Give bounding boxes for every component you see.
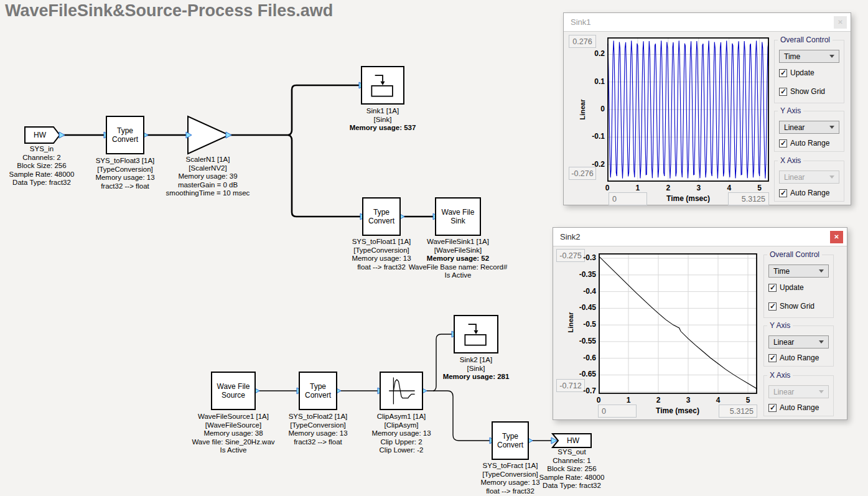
- block-label: Type Convert: [363, 208, 399, 225]
- x-auto-range-checkbox[interactable]: Auto Range: [779, 189, 839, 197]
- block-label: Type Convert: [493, 432, 528, 449]
- overall-control-group: Overall Control Time Update Show Grid: [763, 255, 834, 318]
- chevron-down-icon: [819, 340, 824, 344]
- y-auto-range-checkbox[interactable]: Auto Range: [779, 139, 839, 147]
- tick-label: -0.3: [570, 253, 596, 262]
- checkbox-label: Update: [790, 68, 814, 77]
- type-convert-block[interactable]: Type Convert: [299, 372, 337, 410]
- caption-line: Block Size: 256: [0, 162, 88, 171]
- sink-icon: [364, 68, 401, 102]
- x-scale-dropdown[interactable]: Linear: [779, 171, 839, 184]
- y-min-readout[interactable]: -0.276: [569, 167, 596, 180]
- block-caption: SYS_toFloat2 [1A][TypeConversion]Memory …: [271, 413, 365, 446]
- tick-label: 0.1: [579, 77, 605, 86]
- sink2-content: -0.275 Linear -0.712 0 Time (msec) 5.312…: [553, 247, 847, 419]
- checkbox-label: Auto Range: [790, 189, 829, 197]
- close-icon[interactable]: [830, 231, 843, 243]
- tick-label: -0.65: [570, 370, 596, 378]
- scaler-block[interactable]: [188, 116, 229, 154]
- checkbox-icon[interactable]: [779, 189, 787, 197]
- tick-label: 2: [649, 396, 668, 405]
- x-end-readout[interactable]: 5.3125: [728, 192, 769, 205]
- caption-line: Data Type: fract32: [525, 482, 618, 490]
- sink1-titlebar[interactable]: Sink1: [564, 13, 851, 32]
- caption-line: WaveFile Base name: Record#: [402, 263, 514, 272]
- x-start-readout[interactable]: 0: [609, 192, 647, 205]
- y-scale-dropdown[interactable]: Linear: [768, 335, 829, 349]
- caption-line: Memory usage: 13: [271, 429, 365, 438]
- block-caption: ScalerN1 [1A][ScalerNV2]Memory usage: 39…: [152, 156, 264, 198]
- x-end-readout[interactable]: 5.3125: [719, 405, 757, 418]
- y-scale-dropdown[interactable]: Linear: [779, 121, 839, 134]
- chevron-down-icon: [829, 126, 834, 129]
- caption-line: SYS_in: [0, 145, 88, 154]
- dropdown-value: Time: [773, 267, 790, 276]
- x-start-readout[interactable]: 0: [598, 405, 637, 418]
- caption-line: Clip Lower: -2: [355, 446, 448, 455]
- caption-line: Is Active: [402, 271, 514, 280]
- domain-dropdown[interactable]: Time: [768, 264, 829, 278]
- wave-file-sink-block[interactable]: Wave File Sink: [435, 197, 481, 236]
- checkbox-label: Auto Range: [780, 403, 819, 412]
- x-scale-dropdown[interactable]: Linear: [768, 385, 829, 398]
- caption-line: Data Type: fract32: [0, 179, 88, 187]
- update-checkbox[interactable]: Update: [768, 283, 829, 292]
- type-convert-block[interactable]: Type Convert: [106, 116, 144, 154]
- dropdown-value: Linear: [784, 173, 805, 182]
- block-label: Wave File Sink: [436, 208, 480, 225]
- sink1-window[interactable]: Sink1 0.276 Linear -0.276 0 Time (msec) …: [563, 12, 851, 205]
- update-checkbox[interactable]: Update: [779, 68, 839, 77]
- clip-asym-block[interactable]: [380, 372, 423, 410]
- chevron-down-icon: [829, 175, 834, 179]
- x-axis-label: Time (msec): [637, 406, 718, 415]
- pin-icon[interactable]: [59, 132, 65, 138]
- pin-icon[interactable]: [226, 132, 231, 138]
- y-auto-range-checkbox[interactable]: Auto Range: [768, 353, 829, 362]
- close-icon[interactable]: [834, 16, 847, 29]
- tick-label: -0.35: [570, 270, 596, 279]
- type-convert-block[interactable]: Type Convert: [492, 421, 529, 460]
- type-convert-block[interactable]: Type Convert: [362, 197, 401, 236]
- caption-line: ClipAsym1 [1A]: [355, 413, 448, 421]
- checkbox-icon[interactable]: [779, 139, 787, 147]
- show-grid-checkbox[interactable]: Show Grid: [779, 87, 839, 96]
- checkbox-icon[interactable]: [768, 284, 777, 292]
- group-label: Y Axis: [767, 321, 793, 330]
- group-label: Overall Control: [767, 250, 822, 259]
- y-max-readout[interactable]: 0.276: [569, 35, 596, 48]
- tick-label: -0.5: [570, 320, 596, 329]
- wave-file-source-block[interactable]: Wave File Source: [211, 372, 256, 410]
- window-title: Sink1: [571, 17, 591, 27]
- caption-line: Memory usage: 281: [429, 373, 523, 381]
- caption-line: fract32 --> float: [271, 438, 365, 447]
- wire[interactable]: [289, 135, 360, 217]
- document-title: WaveFileSink&Source-Process Files.awd: [5, 1, 333, 21]
- y-axis-group: Y Axis Linear Auto Range: [763, 325, 834, 367]
- checkbox-icon[interactable]: [779, 69, 787, 77]
- checkbox-icon[interactable]: [768, 404, 777, 412]
- checkbox-icon[interactable]: [768, 354, 777, 362]
- caption-line: SYS_out: [525, 448, 618, 457]
- sink2-titlebar[interactable]: Sink2: [553, 228, 847, 246]
- block-caption: SYS_inChannels: 2Block Size: 256Sample R…: [0, 145, 88, 187]
- tick-label: -0.7: [570, 386, 596, 395]
- sink1-block[interactable]: [361, 66, 404, 105]
- pin-icon[interactable]: [186, 132, 192, 138]
- caption-line: Memory usage: 39: [152, 172, 264, 181]
- sink2-block[interactable]: [454, 315, 498, 353]
- x-auto-range-checkbox[interactable]: Auto Range: [768, 403, 829, 412]
- caption-line: Block Size: 256: [525, 465, 618, 474]
- group-label: X Axis: [767, 371, 793, 380]
- show-grid-checkbox[interactable]: Show Grid: [768, 302, 829, 311]
- sink2-plot[interactable]: [599, 253, 757, 394]
- tick-label: 0: [598, 184, 617, 192]
- caption-line: Memory usage: 13: [355, 429, 448, 438]
- checkbox-label: Show Grid: [780, 302, 814, 311]
- checkbox-icon[interactable]: [768, 302, 777, 311]
- sink1-plot[interactable]: [607, 37, 769, 182]
- tick-label: 1: [628, 184, 647, 192]
- domain-dropdown[interactable]: Time: [779, 50, 839, 63]
- sink2-window[interactable]: Sink2 -0.275 Linear -0.712 0 Time (msec)…: [553, 227, 847, 420]
- pin-icon[interactable]: [551, 438, 557, 444]
- checkbox-icon[interactable]: [779, 88, 787, 96]
